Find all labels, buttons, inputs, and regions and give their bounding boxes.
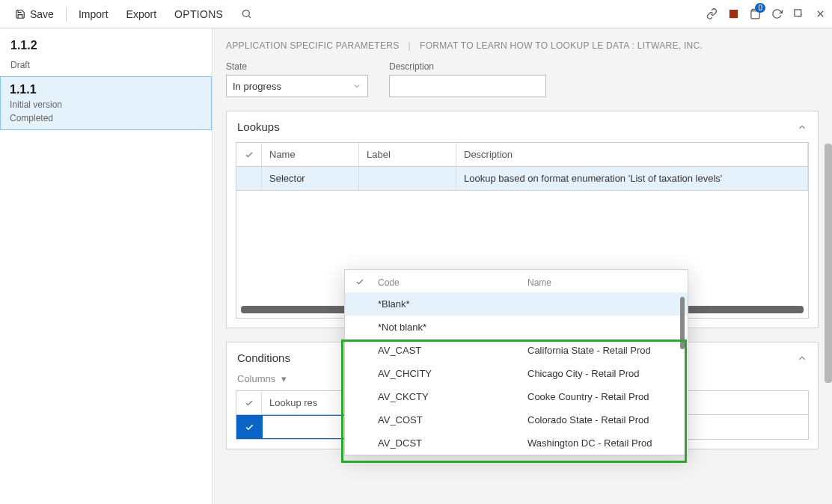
dropdown-item[interactable]: AV_CAST California State - Retail Prod — [345, 339, 688, 362]
col-description[interactable]: Description — [456, 143, 808, 166]
save-icon — [15, 9, 25, 19]
version-number: 1.1.1 — [10, 83, 202, 96]
save-button[interactable]: Save — [6, 4, 63, 25]
lookups-table-header: Name Label Description — [236, 143, 808, 167]
code-dropdown-panel: Code Name *Blank* *Not blank* AV_CAST Ca… — [344, 269, 688, 455]
breadcrumb-separator: | — [409, 40, 411, 51]
check-icon — [245, 422, 254, 432]
dropdown-code: AV_COST — [378, 414, 527, 425]
dropdown-code: AV_CAST — [378, 345, 527, 356]
chevron-down-icon — [352, 82, 361, 90]
version-status: Completed — [10, 113, 202, 123]
dropdown-col-code[interactable]: Code — [378, 277, 527, 288]
version-subtitle: Initial version — [10, 99, 202, 110]
dropdown-name: Washington DC - Retail Prod — [527, 437, 677, 449]
check-icon — [245, 399, 254, 408]
state-field: State In progress — [226, 61, 368, 97]
col-label[interactable]: Label — [359, 143, 456, 166]
dropdown-name: California State - Retail Prod — [527, 345, 677, 356]
office-icon[interactable] — [728, 8, 739, 19]
check-icon — [245, 150, 254, 159]
state-select[interactable]: In progress — [226, 75, 368, 97]
svg-rect-4 — [795, 10, 801, 16]
dropdown-name: Cooke Country - Retail Prod — [527, 391, 677, 402]
row-name: Selector — [262, 167, 359, 190]
description-input[interactable] — [389, 75, 546, 97]
import-button[interactable]: Import — [70, 4, 117, 25]
dropdown-code: AV_CKCTY — [378, 391, 527, 402]
refresh-icon[interactable] — [771, 8, 783, 19]
dropdown-name — [527, 298, 677, 310]
dropdown-item[interactable]: AV_DCST Washington DC - Retail Prod — [345, 431, 688, 455]
link-icon[interactable] — [706, 8, 718, 19]
dropdown-name: Chicago City - Retail Prod — [527, 368, 677, 379]
svg-rect-2 — [729, 10, 738, 18]
version-item[interactable]: 1.1.2 Draft — [10, 39, 201, 70]
toolbar-left: Save Import Export OPTIONS — [6, 4, 261, 25]
version-sidebar: 1.1.2 Draft 1.1.1 Initial version Comple… — [0, 28, 212, 504]
description-field: Description — [389, 61, 546, 97]
dropdown-name — [527, 322, 677, 333]
row-label — [359, 167, 456, 190]
breadcrumb: APPLICATION SPECIFIC PARAMETERS | FORMAT… — [226, 40, 819, 51]
row-description: Lookup based on format enumeration 'List… — [456, 167, 808, 190]
dropdown-code: AV_DCST — [378, 437, 527, 449]
dropdown-code: *Blank* — [378, 298, 527, 310]
svg-point-0 — [243, 10, 250, 17]
row-check-active[interactable] — [236, 415, 262, 439]
close-icon[interactable] — [815, 8, 826, 19]
dropdown-item[interactable]: *Not blank* — [345, 316, 688, 339]
breadcrumb-item: FORMAT TO LEARN HOW TO LOOKUP LE DATA : … — [420, 40, 703, 51]
dropdown-select-all[interactable] — [355, 277, 378, 288]
chevron-up-icon[interactable] — [797, 122, 807, 132]
check-icon — [355, 277, 364, 286]
export-button[interactable]: Export — [117, 4, 165, 25]
search-icon — [241, 8, 252, 19]
dropdown-item[interactable]: AV_CKCTY Cooke Country - Retail Prod — [345, 385, 688, 408]
lookups-header[interactable]: Lookups — [227, 111, 818, 142]
dropdown-item[interactable]: *Blank* — [345, 292, 688, 316]
popout-icon[interactable] — [793, 8, 804, 19]
dropdown-item[interactable]: AV_COST Colorado State - Retail Prod — [345, 408, 688, 431]
select-all-check[interactable] — [236, 143, 262, 166]
table-row[interactable]: Selector Lookup based on format enumerat… — [236, 167, 808, 191]
dropdown-col-name[interactable]: Name — [527, 277, 677, 288]
select-all-check[interactable] — [236, 391, 262, 414]
svg-line-1 — [249, 16, 251, 18]
col-name[interactable]: Name — [262, 143, 359, 166]
state-label: State — [226, 61, 368, 72]
dropdown-item[interactable]: AV_CHCITY Chicago City - Retail Prod — [345, 362, 688, 385]
separator — [66, 7, 67, 22]
description-label: Description — [389, 61, 546, 72]
chevron-up-icon[interactable] — [797, 353, 807, 363]
save-label: Save — [30, 8, 54, 20]
vertical-scrollbar[interactable] — [825, 144, 832, 383]
row-check[interactable] — [236, 167, 262, 190]
notification-button[interactable]: 0 — [750, 7, 761, 20]
version-item-active[interactable]: 1.1.1 Initial version Completed — [0, 76, 212, 130]
options-button[interactable]: OPTIONS — [165, 4, 232, 25]
dropdown-name: Colorado State - Retail Prod — [527, 414, 677, 425]
search-button[interactable] — [232, 4, 261, 24]
notification-count: 0 — [755, 3, 765, 13]
version-number: 1.1.2 — [10, 39, 201, 52]
dropdown-code: *Not blank* — [378, 322, 527, 333]
top-toolbar: Save Import Export OPTIONS 0 — [0, 0, 832, 28]
dropdown-code: AV_CHCITY — [378, 368, 527, 379]
lookups-title: Lookups — [237, 120, 280, 133]
version-status: Draft — [10, 60, 201, 70]
dropdown-header: Code Name — [345, 270, 688, 292]
conditions-title: Conditions — [237, 351, 290, 364]
state-value: In progress — [233, 81, 281, 92]
form-row: State In progress Description — [226, 61, 819, 97]
dropdown-scrollbar[interactable] — [680, 297, 685, 349]
toolbar-right: 0 — [706, 7, 826, 20]
breadcrumb-item[interactable]: APPLICATION SPECIFIC PARAMETERS — [226, 40, 400, 51]
